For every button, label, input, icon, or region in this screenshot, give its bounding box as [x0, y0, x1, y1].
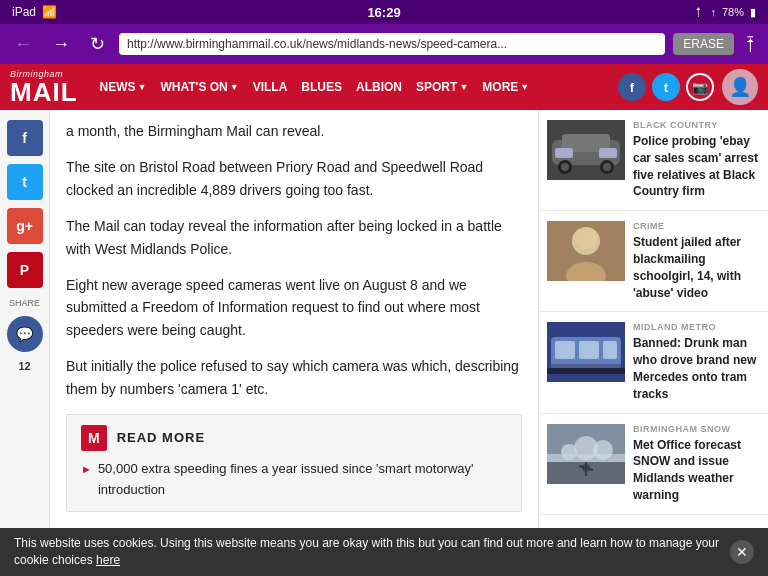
article-para-3: The Mail can today reveal the informatio…: [66, 215, 522, 260]
facebook-nav-icon[interactable]: f: [618, 73, 646, 101]
cookie-bar: This website uses cookies. Using this we…: [0, 528, 768, 576]
svg-point-24: [561, 444, 577, 460]
sidebar-item-2[interactable]: CRIME Student jailed after blackmailing …: [539, 211, 768, 312]
sidebar-text-area-3: MIDLAND METRO Banned: Drunk man who drov…: [633, 322, 760, 402]
share-button[interactable]: ⭱: [742, 34, 760, 55]
battery-icon: ▮: [750, 6, 756, 19]
nav-blues[interactable]: BLUES: [295, 76, 348, 98]
sidebar-category-3: MIDLAND METRO: [633, 322, 760, 332]
read-more-link-text: 50,000 extra speeding fines a year issue…: [98, 459, 507, 501]
sidebar-text-area-2: CRIME Student jailed after blackmailing …: [633, 221, 760, 301]
sidebar-thumb-2: [547, 221, 625, 281]
news-arrow-icon: ▼: [138, 82, 147, 92]
wifi-icon: 📶: [42, 5, 57, 19]
svg-rect-8: [599, 148, 617, 158]
comment-button[interactable]: 💬: [7, 316, 43, 352]
nav-whats-on[interactable]: WHAT'S ON ▼: [154, 76, 244, 98]
more-arrow-icon: ▼: [520, 82, 529, 92]
status-bar: iPad 📶 16:29 ⭡ ↑ 78% ▮: [0, 0, 768, 24]
read-more-link[interactable]: ► 50,000 extra speeding fines a year iss…: [81, 459, 507, 501]
sidebar-category-2: CRIME: [633, 221, 760, 231]
nav-albion[interactable]: ALBION: [350, 76, 408, 98]
sidebar-text-area-1: BLACK COUNTRY Police probing 'ebay car s…: [633, 120, 760, 200]
main-content: f t g+ P SHARE 💬 12 a month, the Birming…: [0, 110, 768, 528]
sidebar-thumb-4: [547, 424, 625, 484]
cookie-close-button[interactable]: ✕: [730, 540, 754, 564]
nav-bar: Birmingham MAIL NEWS ▼ WHAT'S ON ▼ VILLA…: [0, 64, 768, 110]
googleplus-share-button[interactable]: g+: [7, 208, 43, 244]
nav-links: NEWS ▼ WHAT'S ON ▼ VILLA BLUES ALBION SP…: [94, 76, 618, 98]
browser-bar: ← → ↻ http://www.birminghammail.co.uk/ne…: [0, 24, 768, 64]
comment-count: 12: [18, 360, 30, 372]
article-para-1: a month, the Birmingham Mail can reveal.: [66, 120, 522, 142]
svg-rect-15: [555, 341, 575, 359]
twitter-share-button[interactable]: t: [7, 164, 43, 200]
svg-point-25: [593, 440, 613, 460]
facebook-share-button[interactable]: f: [7, 120, 43, 156]
svg-rect-7: [555, 148, 573, 158]
ipad-label: iPad: [12, 5, 36, 19]
logo-area[interactable]: Birmingham MAIL: [10, 70, 78, 105]
user-icon[interactable]: 👤: [722, 69, 758, 105]
sidebar-item-4[interactable]: BIRMINGHAM SNOW Met Office forecast SNOW…: [539, 414, 768, 515]
svg-rect-16: [579, 341, 599, 359]
nav-news[interactable]: NEWS ▼: [94, 76, 153, 98]
logo-mail: MAIL: [10, 79, 78, 105]
article-para-5: But initially the police refused to say …: [66, 355, 522, 400]
svg-rect-17: [603, 341, 617, 359]
whats-on-arrow-icon: ▼: [230, 82, 239, 92]
read-more-box: M READ MORE ► 50,000 extra speeding fine…: [66, 414, 522, 512]
erase-button[interactable]: ERASE: [673, 33, 734, 55]
share-label: SHARE: [9, 298, 40, 308]
svg-rect-19: [551, 364, 621, 368]
forward-button[interactable]: →: [46, 33, 76, 55]
svg-point-4: [561, 163, 569, 171]
m-brand-icon: M: [81, 425, 107, 451]
pinterest-share-button[interactable]: P: [7, 252, 43, 288]
sidebar-thumb-1: [547, 120, 625, 180]
nav-villa[interactable]: VILLA: [247, 76, 294, 98]
sidebar-headline-4: Met Office forecast SNOW and issue Midla…: [633, 437, 760, 504]
read-more-label: READ MORE: [117, 428, 205, 449]
social-sidebar: f t g+ P SHARE 💬 12: [0, 110, 50, 528]
svg-point-12: [575, 228, 597, 250]
sidebar-category-1: BLACK COUNTRY: [633, 120, 760, 130]
url-bar[interactable]: http://www.birminghammail.co.uk/news/mid…: [119, 33, 665, 55]
article-para-2: The site on Bristol Road between Priory …: [66, 156, 522, 201]
article-para-4: Eight new average speed cameras went liv…: [66, 274, 522, 341]
article-area: a month, the Birmingham Mail can reveal.…: [50, 110, 538, 528]
instagram-nav-icon[interactable]: 📷: [686, 73, 714, 101]
svg-point-6: [603, 163, 611, 171]
status-time: 16:29: [367, 5, 400, 20]
sport-arrow-icon: ▼: [459, 82, 468, 92]
cookie-text: This website uses cookies. Using this we…: [14, 535, 720, 569]
status-left: iPad 📶: [12, 5, 57, 19]
bluetooth-icon: ⭡: [693, 6, 704, 18]
sidebar-thumb-3: [547, 322, 625, 382]
sidebar-item-1[interactable]: BLACK COUNTRY Police probing 'ebay car s…: [539, 110, 768, 211]
twitter-nav-icon[interactable]: t: [652, 73, 680, 101]
back-button[interactable]: ←: [8, 33, 38, 55]
sidebar-headline-1: Police probing 'ebay car sales scam' arr…: [633, 133, 760, 200]
svg-rect-18: [547, 368, 625, 374]
battery-arrow-icon: ↑: [710, 6, 716, 18]
nav-more[interactable]: MORE ▼: [476, 76, 535, 98]
nav-sport[interactable]: SPORT ▼: [410, 76, 474, 98]
right-sidebar: BLACK COUNTRY Police probing 'ebay car s…: [538, 110, 768, 528]
read-more-header: M READ MORE: [81, 425, 507, 451]
refresh-button[interactable]: ↻: [84, 33, 111, 55]
sidebar-item-3[interactable]: MIDLAND METRO Banned: Drunk man who drov…: [539, 312, 768, 413]
sidebar-headline-3: Banned: Drunk man who drove brand new Me…: [633, 335, 760, 402]
cookie-link[interactable]: here: [96, 553, 120, 567]
sidebar-category-4: BIRMINGHAM SNOW: [633, 424, 760, 434]
battery-level: 78%: [722, 6, 744, 18]
status-right: ⭡ ↑ 78% ▮: [693, 6, 756, 19]
read-more-arrow-icon: ►: [81, 461, 92, 479]
sidebar-headline-2: Student jailed after blackmailing school…: [633, 234, 760, 301]
social-icons: f t 📷: [618, 73, 714, 101]
sidebar-text-area-4: BIRMINGHAM SNOW Met Office forecast SNOW…: [633, 424, 760, 504]
